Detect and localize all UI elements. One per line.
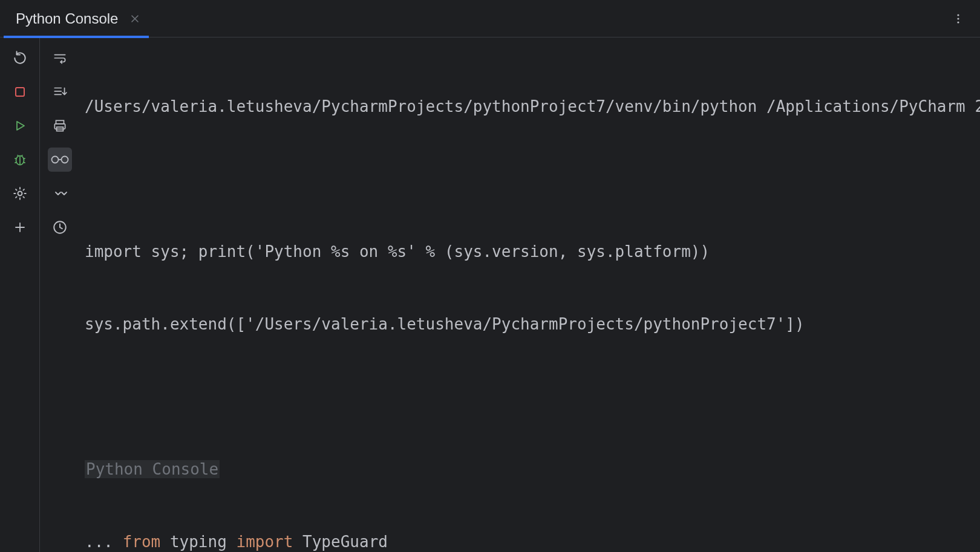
svg-point-16 — [52, 157, 59, 163]
console-output[interactable]: /Users/valeria.letusheva/PycharmProjects… — [80, 37, 980, 552]
history-icon[interactable] — [48, 215, 72, 239]
console-label-text: Python Console — [85, 460, 220, 478]
debug-icon[interactable] — [8, 148, 32, 172]
tab-active-indicator — [4, 36, 149, 38]
console-header-line: /Users/valeria.letusheva/PycharmProjects… — [85, 94, 975, 119]
blank-line — [85, 167, 975, 191]
svg-point-0 — [957, 14, 959, 16]
scroll-to-end-icon[interactable] — [48, 80, 72, 104]
gutter: ... — [85, 530, 123, 552]
code-token: TypeGuard — [302, 533, 388, 551]
code-lines-container: ... from typing import TypeGuard>>> def … — [85, 530, 975, 552]
code-token: import — [236, 533, 302, 551]
svg-line-7 — [23, 158, 25, 159]
tab-title: Python Console — [16, 10, 118, 27]
left-toolbar — [0, 37, 40, 552]
svg-point-1 — [957, 18, 959, 19]
expand-icon[interactable] — [48, 181, 72, 206]
secondary-toolbar — [40, 37, 80, 552]
svg-line-6 — [15, 158, 16, 159]
svg-line-9 — [23, 162, 25, 163]
tab-python-console[interactable]: Python Console — [4, 0, 153, 37]
svg-point-12 — [18, 192, 22, 196]
svg-line-8 — [15, 162, 16, 163]
console-line: import sys; print('Python %s on %s' % (s… — [85, 239, 975, 264]
console-label: Python Console — [85, 457, 975, 481]
blank-line — [85, 385, 975, 409]
print-icon[interactable] — [48, 114, 72, 138]
more-menu-icon[interactable] — [946, 7, 970, 31]
console-body: /Users/valeria.letusheva/PycharmProjects… — [0, 37, 980, 552]
stop-icon[interactable] — [8, 80, 32, 104]
soft-wrap-icon[interactable] — [48, 46, 72, 70]
tab-bar: Python Console — [0, 0, 980, 37]
console-line: sys.path.extend(['/Users/valeria.letushe… — [85, 312, 975, 336]
rerun-icon[interactable] — [8, 46, 32, 70]
svg-rect-3 — [16, 88, 24, 96]
code-token: from — [123, 533, 170, 551]
svg-point-17 — [62, 157, 68, 163]
settings-icon[interactable] — [8, 181, 32, 206]
code-token: typing — [170, 533, 237, 551]
run-icon[interactable] — [8, 114, 32, 138]
add-icon[interactable] — [8, 215, 32, 239]
code-line: ... from typing import TypeGuard — [85, 530, 975, 552]
close-icon[interactable] — [129, 13, 141, 25]
variables-icon[interactable] — [48, 148, 72, 172]
svg-point-2 — [957, 21, 959, 23]
